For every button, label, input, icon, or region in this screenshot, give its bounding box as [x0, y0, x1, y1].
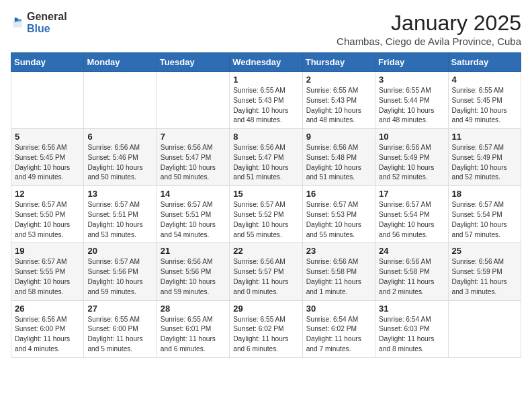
day-number: 17: [379, 189, 444, 199]
day-info: Sunrise: 6:57 AM Sunset: 5:50 PM Dayligh…: [15, 200, 80, 240]
day-cell: 22Sunrise: 6:56 AM Sunset: 5:57 PM Dayli…: [230, 243, 302, 300]
day-number: 7: [161, 132, 226, 142]
day-number: 25: [452, 246, 517, 256]
day-number: 2: [306, 75, 371, 85]
page-header: General Blue January 2025 Chambas, Ciego…: [11, 11, 521, 47]
day-cell: [448, 300, 521, 357]
day-number: 23: [306, 246, 371, 256]
day-cell: 18Sunrise: 6:57 AM Sunset: 5:54 PM Dayli…: [448, 186, 521, 243]
day-number: 9: [306, 132, 371, 142]
day-number: 13: [87, 189, 152, 199]
day-cell: 25Sunrise: 6:56 AM Sunset: 5:59 PM Dayli…: [448, 243, 521, 300]
day-number: 6: [87, 132, 152, 142]
day-cell: 17Sunrise: 6:57 AM Sunset: 5:54 PM Dayli…: [375, 186, 448, 243]
day-cell: [11, 72, 84, 129]
day-info: Sunrise: 6:56 AM Sunset: 5:47 PM Dayligh…: [161, 143, 226, 183]
day-info: Sunrise: 6:57 AM Sunset: 5:56 PM Dayligh…: [87, 257, 152, 297]
day-number: 26: [15, 304, 80, 314]
day-cell: 20Sunrise: 6:57 AM Sunset: 5:56 PM Dayli…: [84, 243, 157, 300]
week-row-0: 1Sunrise: 6:55 AM Sunset: 5:43 PM Daylig…: [11, 72, 521, 129]
day-info: Sunrise: 6:56 AM Sunset: 5:47 PM Dayligh…: [233, 143, 298, 183]
day-info: Sunrise: 6:55 AM Sunset: 5:44 PM Dayligh…: [379, 86, 444, 126]
day-info: Sunrise: 6:55 AM Sunset: 5:43 PM Dayligh…: [306, 86, 371, 126]
day-cell: 3Sunrise: 6:55 AM Sunset: 5:44 PM Daylig…: [375, 72, 448, 129]
day-info: Sunrise: 6:55 AM Sunset: 6:00 PM Dayligh…: [87, 315, 152, 355]
day-number: 27: [87, 304, 152, 314]
day-info: Sunrise: 6:57 AM Sunset: 5:52 PM Dayligh…: [233, 200, 298, 240]
header-monday: Monday: [84, 53, 157, 72]
day-cell: [157, 72, 229, 129]
day-number: 31: [379, 304, 444, 314]
day-number: 14: [161, 189, 226, 199]
week-row-3: 19Sunrise: 6:57 AM Sunset: 5:55 PM Dayli…: [11, 243, 521, 300]
day-info: Sunrise: 6:56 AM Sunset: 5:56 PM Dayligh…: [161, 257, 226, 297]
day-number: 11: [452, 132, 517, 142]
day-cell: 14Sunrise: 6:57 AM Sunset: 5:51 PM Dayli…: [157, 186, 229, 243]
day-cell: 27Sunrise: 6:55 AM Sunset: 6:00 PM Dayli…: [84, 300, 157, 357]
day-cell: 23Sunrise: 6:56 AM Sunset: 5:58 PM Dayli…: [302, 243, 375, 300]
day-cell: 1Sunrise: 6:55 AM Sunset: 5:43 PM Daylig…: [230, 72, 302, 129]
day-cell: 2Sunrise: 6:55 AM Sunset: 5:43 PM Daylig…: [302, 72, 375, 129]
day-info: Sunrise: 6:56 AM Sunset: 5:46 PM Dayligh…: [87, 143, 152, 183]
day-number: 10: [379, 132, 444, 142]
day-cell: 9Sunrise: 6:56 AM Sunset: 5:48 PM Daylig…: [302, 129, 375, 186]
day-number: 4: [452, 75, 517, 85]
day-number: 18: [452, 189, 517, 199]
day-info: Sunrise: 6:56 AM Sunset: 5:59 PM Dayligh…: [452, 257, 517, 297]
day-number: 30: [306, 304, 371, 314]
day-cell: 6Sunrise: 6:56 AM Sunset: 5:46 PM Daylig…: [84, 129, 157, 186]
day-cell: 7Sunrise: 6:56 AM Sunset: 5:47 PM Daylig…: [157, 129, 229, 186]
header-row: SundayMondayTuesdayWednesdayThursdayFrid…: [11, 53, 521, 72]
day-info: Sunrise: 6:55 AM Sunset: 6:02 PM Dayligh…: [233, 315, 298, 355]
day-cell: 19Sunrise: 6:57 AM Sunset: 5:55 PM Dayli…: [11, 243, 84, 300]
day-cell: 5Sunrise: 6:56 AM Sunset: 5:45 PM Daylig…: [11, 129, 84, 186]
day-cell: 24Sunrise: 6:56 AM Sunset: 5:58 PM Dayli…: [375, 243, 448, 300]
day-info: Sunrise: 6:56 AM Sunset: 5:48 PM Dayligh…: [306, 143, 371, 183]
logo-general: General: [27, 11, 67, 22]
logo-icon: [11, 16, 24, 30]
day-number: 20: [87, 246, 152, 256]
day-cell: 29Sunrise: 6:55 AM Sunset: 6:02 PM Dayli…: [230, 300, 302, 357]
day-info: Sunrise: 6:55 AM Sunset: 5:43 PM Dayligh…: [233, 86, 298, 126]
day-info: Sunrise: 6:57 AM Sunset: 5:51 PM Dayligh…: [87, 200, 152, 240]
day-number: 16: [306, 189, 371, 199]
day-cell: 28Sunrise: 6:55 AM Sunset: 6:01 PM Dayli…: [157, 300, 229, 357]
day-number: 22: [233, 246, 298, 256]
day-info: Sunrise: 6:54 AM Sunset: 6:02 PM Dayligh…: [306, 315, 371, 355]
day-cell: 15Sunrise: 6:57 AM Sunset: 5:52 PM Dayli…: [230, 186, 302, 243]
day-info: Sunrise: 6:57 AM Sunset: 5:49 PM Dayligh…: [452, 143, 517, 183]
day-cell: 26Sunrise: 6:56 AM Sunset: 6:00 PM Dayli…: [11, 300, 84, 357]
logo-blue: Blue: [27, 23, 50, 34]
day-info: Sunrise: 6:56 AM Sunset: 5:58 PM Dayligh…: [306, 257, 371, 297]
day-cell: 30Sunrise: 6:54 AM Sunset: 6:02 PM Dayli…: [302, 300, 375, 357]
day-info: Sunrise: 6:55 AM Sunset: 6:01 PM Dayligh…: [161, 315, 226, 355]
logo: General Blue: [11, 11, 67, 34]
day-number: 29: [233, 304, 298, 314]
week-row-4: 26Sunrise: 6:56 AM Sunset: 6:00 PM Dayli…: [11, 300, 521, 357]
day-cell: 4Sunrise: 6:55 AM Sunset: 5:45 PM Daylig…: [448, 72, 521, 129]
day-info: Sunrise: 6:56 AM Sunset: 5:57 PM Dayligh…: [233, 257, 298, 297]
day-info: Sunrise: 6:57 AM Sunset: 5:54 PM Dayligh…: [379, 200, 444, 240]
day-cell: [84, 72, 157, 129]
day-info: Sunrise: 6:54 AM Sunset: 6:03 PM Dayligh…: [379, 315, 444, 355]
day-number: 5: [15, 132, 80, 142]
day-number: 19: [15, 246, 80, 256]
calendar-table: SundayMondayTuesdayWednesdayThursdayFrid…: [11, 52, 521, 358]
day-cell: 11Sunrise: 6:57 AM Sunset: 5:49 PM Dayli…: [448, 129, 521, 186]
day-cell: 13Sunrise: 6:57 AM Sunset: 5:51 PM Dayli…: [84, 186, 157, 243]
day-info: Sunrise: 6:57 AM Sunset: 5:53 PM Dayligh…: [306, 200, 371, 240]
day-info: Sunrise: 6:56 AM Sunset: 6:00 PM Dayligh…: [15, 315, 80, 355]
day-cell: 8Sunrise: 6:56 AM Sunset: 5:47 PM Daylig…: [230, 129, 302, 186]
day-cell: 21Sunrise: 6:56 AM Sunset: 5:56 PM Dayli…: [157, 243, 229, 300]
day-info: Sunrise: 6:56 AM Sunset: 5:49 PM Dayligh…: [379, 143, 444, 183]
day-info: Sunrise: 6:55 AM Sunset: 5:45 PM Dayligh…: [452, 86, 517, 126]
day-number: 24: [379, 246, 444, 256]
day-number: 15: [233, 189, 298, 199]
day-info: Sunrise: 6:57 AM Sunset: 5:54 PM Dayligh…: [452, 200, 517, 240]
month-title: January 2025: [337, 11, 521, 36]
location-subtitle: Chambas, Ciego de Avila Province, Cuba: [337, 36, 521, 47]
day-info: Sunrise: 6:56 AM Sunset: 5:45 PM Dayligh…: [15, 143, 80, 183]
header-saturday: Saturday: [448, 53, 521, 72]
header-thursday: Thursday: [302, 53, 375, 72]
day-number: 28: [161, 304, 226, 314]
